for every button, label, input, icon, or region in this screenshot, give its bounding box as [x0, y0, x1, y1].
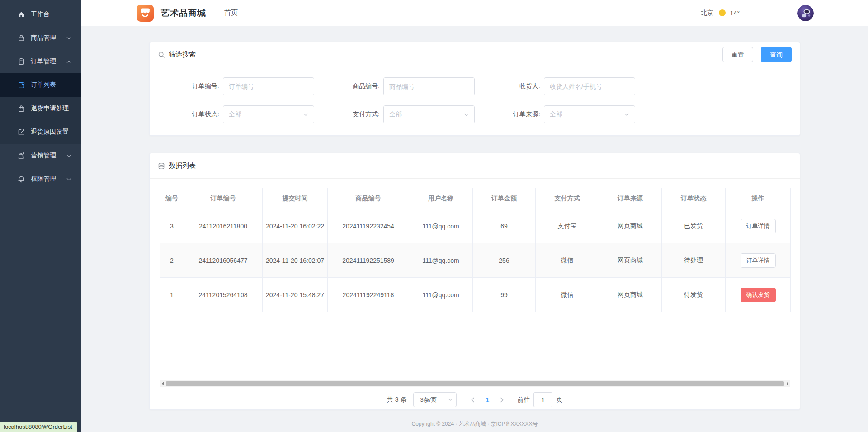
scrollbar-right-arrow[interactable]	[784, 380, 790, 387]
field-order-source: 订单来源: 全部	[475, 105, 635, 123]
sidebar-item-order-mgmt[interactable]: 订单管理	[0, 50, 81, 73]
sidebar-item-order-list[interactable]: 订单列表	[0, 73, 81, 97]
pagination-total: 共 3 条	[387, 396, 407, 404]
sidebar-item-label: 订单管理	[31, 57, 56, 66]
table-empty-space	[160, 312, 790, 380]
field-order-no: 订单编号:	[154, 77, 314, 95]
cell-pay: 微信	[536, 243, 599, 278]
field-pay-method: 支付方式: 全部	[314, 105, 475, 123]
chevron-up-icon	[66, 60, 71, 63]
bell-icon	[17, 175, 25, 183]
filter-actions: 重置 查询	[722, 47, 792, 62]
sidebar-item-return-reasons[interactable]: 退货原因设置	[0, 120, 81, 144]
cell-action: 确认发货	[726, 278, 791, 312]
sidebar-item-marketing-mgmt[interactable]: 营销管理	[0, 144, 81, 167]
col-header: 商品编号	[328, 188, 409, 209]
orders-table: 编号 订单编号 提交时间 商品编号 用户名称 订单金额 支付方式 订单来源 订单…	[160, 188, 791, 312]
reset-button[interactable]: 重置	[722, 47, 753, 62]
order-detail-button[interactable]: 订单详情	[741, 219, 776, 233]
cell-action: 订单详情	[726, 243, 791, 278]
sidebar-item-label: 订单列表	[31, 81, 56, 89]
user-avatar[interactable]	[797, 5, 814, 21]
sidebar-menu: 工作台 商品管理 订单管理	[0, 0, 81, 191]
cell-amount: 69	[473, 209, 536, 243]
pagination: 共 3 条 3条/页 1 前往 页	[150, 392, 800, 407]
field-label: 订单来源:	[475, 110, 544, 119]
scrollbar-left-arrow[interactable]	[160, 380, 165, 387]
sun-icon	[719, 9, 726, 16]
brand-link[interactable]: 艺术品商城	[137, 5, 206, 22]
sidebar: 工作台 商品管理 订单管理	[0, 0, 81, 432]
shopping-bag-icon	[17, 34, 25, 42]
chevron-down-icon	[66, 37, 71, 40]
weather-widget: 北京 14°	[701, 9, 740, 17]
sidebar-item-product-mgmt[interactable]: 商品管理	[0, 26, 81, 50]
select-value: 全部	[550, 110, 562, 119]
cell-user: 111@qq.com	[409, 209, 473, 243]
order-detail-button[interactable]: 订单详情	[741, 253, 776, 268]
col-header: 提交时间	[263, 188, 328, 209]
filter-card: 筛选搜索 重置 查询 订单编号: 商品编号:	[149, 42, 800, 136]
page-size-select[interactable]: 3条/页	[413, 392, 457, 407]
top-header: 艺术品商城 首页 北京 14°	[81, 0, 868, 26]
sidebar-item-workbench[interactable]: 工作台	[0, 3, 81, 26]
cell-pay: 支付宝	[536, 209, 599, 243]
chevron-down-icon	[624, 113, 629, 116]
cell-status: 待处理	[662, 243, 726, 278]
order-status-select[interactable]: 全部	[223, 105, 314, 123]
field-label: 订单编号:	[154, 82, 223, 90]
sidebar-item-label: 退货原因设置	[31, 128, 69, 136]
filter-row-1: 订单编号: 商品编号: 收货人:	[154, 77, 800, 95]
current-page[interactable]: 1	[481, 396, 494, 404]
cell-pay: 微信	[536, 278, 599, 312]
data-list-title: 数据列表	[169, 161, 196, 170]
cell-source: 网页商城	[599, 209, 662, 243]
cell-submitted: 2024-11-20 16:02:22	[263, 209, 328, 243]
scrollbar-thumb[interactable]	[166, 381, 784, 386]
horizontal-scrollbar[interactable]	[160, 380, 790, 387]
table-row: 1 24112015264108 2024-11-20 15:48:27 202…	[160, 278, 791, 312]
product-no-input[interactable]	[383, 77, 475, 95]
prev-page-button[interactable]	[465, 397, 481, 403]
select-value: 全部	[389, 110, 402, 119]
data-list-card: 数据列表 编号 订单编号 提交时间 商品编号 用户名称	[149, 153, 800, 410]
sidebar-item-permission-mgmt[interactable]: 权限管理	[0, 167, 81, 191]
app-window: 工作台 商品管理 订单管理	[0, 0, 868, 432]
cell-product-no: 202411192249118	[328, 278, 409, 312]
sidebar-item-label: 权限管理	[31, 175, 56, 183]
cell-product-no: 202411192232454	[328, 209, 409, 243]
chevron-down-icon	[66, 154, 71, 157]
cell-submitted: 2024-11-20 16:02:07	[263, 243, 328, 278]
filter-row-2: 订单状态: 全部 支付方式: 全部 订单来源	[154, 105, 800, 123]
header-right: 北京 14°	[701, 5, 814, 21]
nav-home-link[interactable]: 首页	[224, 9, 238, 17]
filter-form: 订单编号: 商品编号: 收货人: 订单状态:	[150, 67, 800, 123]
order-source-select[interactable]: 全部	[544, 105, 635, 123]
next-page-button[interactable]	[494, 397, 510, 403]
cell-source: 网页商城	[599, 278, 662, 312]
field-label: 商品编号:	[314, 82, 383, 90]
divider	[150, 178, 800, 179]
page-size-value: 3条/页	[420, 396, 437, 404]
receiver-input[interactable]	[544, 77, 635, 95]
col-header: 订单金额	[473, 188, 536, 209]
data-card-header: 数据列表	[150, 153, 800, 178]
cell-amount: 99	[473, 278, 536, 312]
sidebar-item-return-requests[interactable]: 退货申请处理	[0, 97, 81, 120]
footer-copyright: Copyright © 2024 · 艺术品商城 · 京ICP备XXXXXX号	[149, 420, 800, 428]
cell-order-no: 24112016211800	[184, 209, 263, 243]
cell-status: 待发货	[662, 278, 726, 312]
order-no-input[interactable]	[223, 77, 314, 95]
cell-user: 111@qq.com	[409, 278, 473, 312]
query-button[interactable]: 查询	[761, 47, 792, 62]
browser-status-bubble: localhost:8080/#/OrderList	[0, 422, 77, 432]
sidebar-item-label: 工作台	[31, 10, 50, 19]
table-row: 2 24112016056477 2024-11-20 16:02:07 202…	[160, 243, 791, 278]
goto-page-input[interactable]	[533, 392, 552, 407]
field-label: 支付方式:	[314, 110, 383, 119]
cell-product-no: 202411192251589	[328, 243, 409, 278]
chevron-down-icon	[464, 113, 469, 116]
storefront-logo-icon	[137, 5, 154, 22]
pay-method-select[interactable]: 全部	[383, 105, 475, 123]
confirm-ship-button[interactable]: 确认发货	[741, 288, 776, 302]
